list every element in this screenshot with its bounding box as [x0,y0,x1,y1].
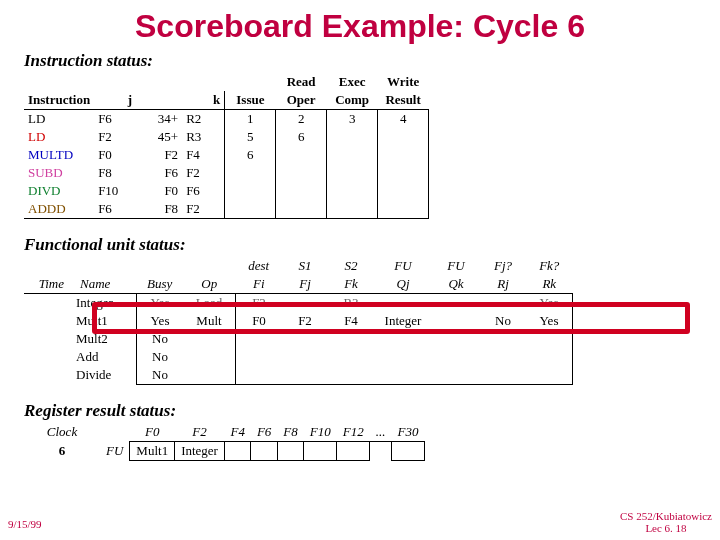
hdr-exec: Exec [327,73,378,91]
reg-val-f0: Mult1 [130,442,175,461]
hdr-oper: Oper [276,91,327,110]
hdr-comp: Comp [327,91,378,110]
hdr-j: j [94,91,136,110]
hdr-busy: Busy [137,275,184,294]
reg-f6: F6 [251,423,277,442]
hdr-qj: Qj [374,275,432,294]
footer-date: 9/15/99 [8,518,42,530]
hdr-issue: Issue [225,91,276,110]
reg-f0: F0 [130,423,175,442]
fu-row: Mult1YesMultF0F2F4IntegerNoYes [24,312,573,330]
instr-row: MULTDF0F2F46 [24,146,429,164]
hdr-write: Write [378,73,429,91]
instr-row: SUBDF8F6F2 [24,164,429,182]
hdr-qk: Qk [432,275,480,294]
hdr-time: Time [24,275,72,294]
reg-f30: F30 [391,423,424,442]
hdr-rk: Rk [526,275,573,294]
hdr-fuqk: FU [432,257,480,275]
hdr-name: Name [72,275,137,294]
reg-f4: F4 [224,423,250,442]
fu-label: FU [100,442,130,461]
footer-course: CS 252/Kubiatowicz Lec 6. 18 [620,510,712,534]
instr-status-heading: Instruction status: [0,51,720,71]
instr-row: ADDDF6F8F2 [24,200,429,219]
fu-row: Mult2No [24,330,573,348]
hdr-op: Op [183,275,236,294]
hdr-instruction: Instruction [24,91,94,110]
reg-val-f6 [251,442,277,461]
reg-dots: ... [370,423,392,442]
reg-f10: F10 [304,423,337,442]
footer-course-text: CS 252/Kubiatowicz [620,510,712,522]
fu-row: IntegerYesLoadF2R3Yes [24,294,573,313]
reg-val-dots [370,442,392,461]
hdr-fj: Fj [282,275,328,294]
hdr-fjq: Fj? [480,257,526,275]
hdr-fkq: Fk? [526,257,573,275]
instr-row: LDF245+R356 [24,128,429,146]
hdr-s1: S1 [282,257,328,275]
fu-row: AddNo [24,348,573,366]
footer-lec-text: Lec 6. 18 [645,522,686,534]
fu-status-heading: Functional unit status: [0,235,720,255]
reg-val-f12 [337,442,370,461]
hdr-dest: dest [236,257,283,275]
hdr-k: k [182,91,225,110]
instr-row: DIVDF10F0F6 [24,182,429,200]
reg-val-f2: Integer [175,442,225,461]
reg-val-f10 [304,442,337,461]
instr-row: LDF634+R21234 [24,110,429,129]
hdr-fi: Fi [236,275,283,294]
reg-val-f4 [224,442,250,461]
reg-val-f30 [391,442,424,461]
fu-status-table: dest S1 S2 FU FU Fj? Fk? Time Name Busy … [24,257,573,385]
hdr-rj: Rj [480,275,526,294]
reg-status-table: Clock F0 F2 F4 F6 F8 F10 F12 ... F30 6 F… [24,423,425,461]
instruction-status-table: Read Exec Write Instruction j k Issue Op… [24,73,429,219]
reg-f8: F8 [277,423,303,442]
clock-value: 6 [24,442,100,461]
hdr-read: Read [276,73,327,91]
hdr-s2: S2 [328,257,374,275]
reg-status-heading: Register result status: [0,401,720,421]
reg-f12: F12 [337,423,370,442]
clock-label: Clock [24,423,100,442]
slide-title: Scoreboard Example: Cycle 6 [0,0,720,51]
fu-row: DivideNo [24,366,573,385]
hdr-fuqj: FU [374,257,432,275]
hdr-fk: Fk [328,275,374,294]
reg-val-f8 [277,442,303,461]
hdr-result: Result [378,91,429,110]
reg-f2: F2 [175,423,225,442]
